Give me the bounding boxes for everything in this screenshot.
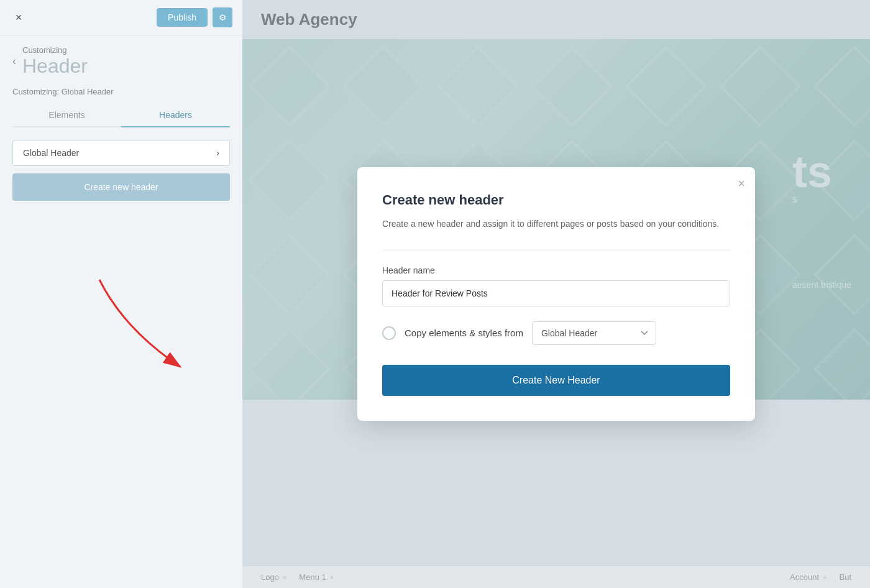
create-header-modal: × Create new header Create a new header … [357, 167, 755, 420]
customizing-label: Customizing Header [22, 45, 88, 77]
modal-description: Create a new header and assign it to dif… [382, 217, 730, 231]
modal-divider-1 [382, 250, 730, 250]
copy-label: Copy elements & styles from [405, 328, 523, 338]
close-button[interactable]: × [10, 9, 27, 26]
sidebar-content: Global Header › Create new header [0, 127, 242, 213]
customizing-global-label: Customizing: Global Header [0, 82, 242, 104]
modal-overlay: × Create new header Create a new header … [242, 0, 870, 588]
publish-button[interactable]: Publish [157, 8, 208, 27]
annotation-arrow [75, 267, 211, 392]
sidebar-header: ‹ Customizing Header [0, 35, 242, 82]
global-header-button[interactable]: Global Header › [12, 140, 230, 166]
chevron-right-icon: › [216, 148, 219, 158]
settings-button[interactable]: ⚙ [213, 7, 232, 27]
header-title: Header [22, 55, 88, 77]
copy-section: Copy elements & styles from Global Heade… [382, 321, 730, 345]
top-bar-actions: Publish ⚙ [157, 7, 232, 27]
customizing-text: Customizing [22, 45, 88, 55]
back-arrow-icon[interactable]: ‹ [12, 55, 16, 68]
header-name-label: Header name [382, 265, 730, 275]
modal-title: Create new header [382, 192, 730, 208]
tabs: Elements Headers [12, 104, 230, 127]
global-header-label: Global Header [23, 148, 79, 158]
main-preview: Web Agency ts s aesent tristique [242, 0, 870, 588]
tab-headers[interactable]: Headers [121, 104, 230, 126]
create-new-header-button[interactable]: Create new header [12, 173, 230, 201]
header-name-input[interactable] [382, 280, 730, 306]
create-new-header-modal-button[interactable]: Create New Header [382, 365, 730, 396]
copy-radio-button[interactable] [382, 326, 396, 340]
modal-close-button[interactable]: × [738, 177, 745, 190]
top-bar: × Publish ⚙ [0, 0, 242, 35]
sidebar: × Publish ⚙ ‹ Customizing Header Customi… [0, 0, 242, 588]
copy-from-select[interactable]: Global Header Default Header [532, 321, 656, 345]
tab-elements[interactable]: Elements [12, 104, 121, 126]
